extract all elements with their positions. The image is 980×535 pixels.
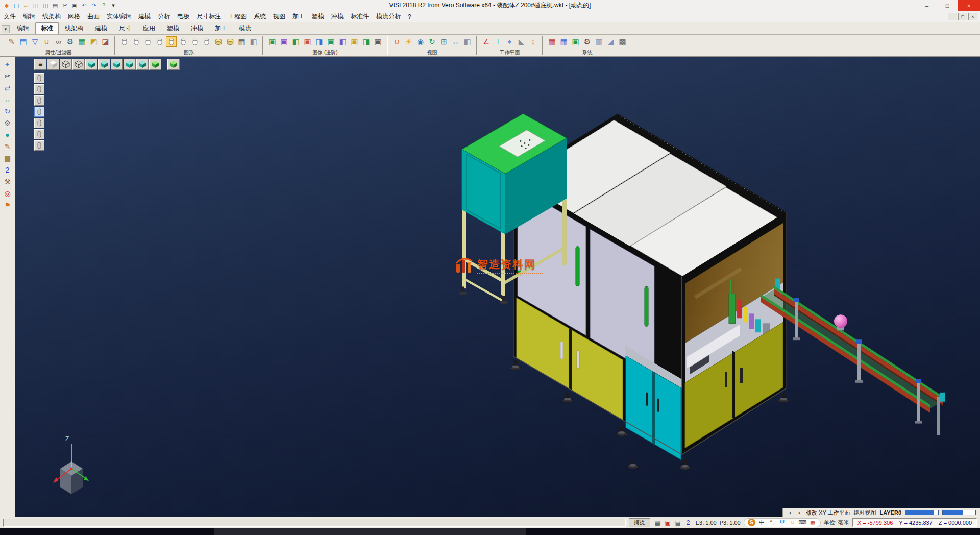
- pan-view-icon[interactable]: ↔: [450, 36, 461, 47]
- mdi-restore-button[interactable]: □: [958, 13, 967, 20]
- green-cube-icon[interactable]: [149, 59, 161, 70]
- layers-stack-icon[interactable]: [213, 36, 224, 47]
- vp-tool-4-icon[interactable]: [34, 107, 44, 117]
- filter-icon[interactable]: ▽: [30, 36, 40, 47]
- sun-light-icon[interactable]: ☀: [403, 36, 414, 47]
- workplane-flip-icon[interactable]: ↕: [528, 36, 538, 47]
- table-icon[interactable]: ▥: [594, 36, 604, 47]
- undo-icon[interactable]: ↶: [80, 2, 88, 10]
- app-logo-icon[interactable]: ◆: [3, 2, 11, 10]
- view-menu-icon[interactable]: ≡: [34, 59, 46, 70]
- ime-mic-icon[interactable]: Ψ: [778, 519, 786, 526]
- workplane-label[interactable]: 修改 XY 工作平面: [806, 509, 850, 517]
- calculator-icon[interactable]: ▦: [558, 36, 569, 47]
- texture-icon[interactable]: ▣: [326, 36, 336, 47]
- menu-mould[interactable]: 塑模: [308, 11, 328, 22]
- render-quality-icon[interactable]: ▣: [279, 36, 289, 47]
- new-file-icon[interactable]: ▢: [12, 2, 20, 10]
- tab-machining[interactable]: 加工: [209, 22, 233, 34]
- gouraud-icon[interactable]: [189, 36, 200, 47]
- menu-analysis[interactable]: 分析: [154, 11, 174, 22]
- menu-standard-parts[interactable]: 标准件: [347, 11, 373, 22]
- settings-gears-icon[interactable]: ⚙: [65, 36, 76, 47]
- animation-icon[interactable]: ▣: [373, 36, 383, 47]
- tab-mould[interactable]: 塑模: [161, 22, 185, 34]
- rotate-view-icon[interactable]: ↻: [427, 36, 437, 47]
- color-grid-icon[interactable]: ▦: [547, 36, 557, 47]
- menu-die[interactable]: 冲模: [328, 11, 347, 22]
- move-icon[interactable]: ↔: [3, 94, 13, 105]
- wireframe-style-icon[interactable]: [119, 36, 130, 47]
- shaded-edges-icon[interactable]: [154, 36, 165, 47]
- select-icon[interactable]: ⌖: [3, 59, 13, 69]
- save-icon[interactable]: ◫: [32, 2, 40, 10]
- status-doc-icon[interactable]: ▤: [674, 518, 682, 527]
- open-file-icon[interactable]: ▱: [22, 2, 30, 10]
- tab-wireframe[interactable]: 线架构: [59, 22, 89, 34]
- sketch-icon[interactable]: ✎: [3, 141, 13, 152]
- ime-emoji-icon[interactable]: ☺: [789, 519, 796, 526]
- ime-toolbox-icon[interactable]: ▦: [809, 519, 817, 526]
- tab-standard[interactable]: 标准: [35, 22, 59, 34]
- settings-icon[interactable]: ⚙: [3, 118, 13, 128]
- save-all-icon[interactable]: ◫: [41, 2, 50, 10]
- flat-render-icon[interactable]: [178, 36, 188, 47]
- rotate-icon[interactable]: ↻: [3, 106, 13, 116]
- screenshot-icon[interactable]: ▣: [267, 36, 278, 47]
- shaded-cube-5-icon[interactable]: [136, 59, 149, 70]
- vp-tool-2-icon[interactable]: [34, 84, 44, 94]
- menu-edit[interactable]: 编辑: [19, 11, 39, 22]
- background-icon[interactable]: ◧: [290, 36, 301, 47]
- tools-icon[interactable]: ⚒: [3, 177, 13, 187]
- iso-view-icon[interactable]: [47, 59, 59, 70]
- workplane-axis-icon[interactable]: ◑: [795, 509, 802, 516]
- lighting-icon[interactable]: ▣: [302, 36, 313, 47]
- ime-mode-icon[interactable]: 中: [758, 519, 766, 526]
- mdi-minimize-button[interactable]: –: [948, 13, 957, 20]
- tab-flow[interactable]: 模流: [233, 22, 257, 34]
- workplane-corner-icon[interactable]: ◣: [516, 36, 527, 47]
- menu-electrode[interactable]: 电极: [174, 11, 193, 22]
- tab-modeling[interactable]: 建模: [89, 22, 113, 34]
- magnet-view-icon[interactable]: ∪: [391, 36, 402, 47]
- tab-dimension[interactable]: 尺寸: [113, 22, 137, 34]
- layer-label[interactable]: LAYER0: [880, 509, 901, 516]
- notes-icon[interactable]: ▤: [3, 153, 13, 163]
- snap-toggle-button[interactable]: 捕捉: [629, 518, 650, 527]
- workplane-origin-icon[interactable]: ⌖: [504, 36, 515, 47]
- qat-dropdown-icon[interactable]: ▾: [109, 2, 117, 10]
- menu-view[interactable]: 视图: [270, 11, 289, 22]
- minimize-button[interactable]: –: [917, 0, 937, 11]
- menu-help[interactable]: ?: [404, 11, 415, 22]
- mdi-close-button[interactable]: ×: [968, 13, 977, 20]
- tab-dropdown-button[interactable]: ▾: [2, 25, 10, 33]
- menu-surface[interactable]: 曲面: [84, 11, 103, 22]
- vp-tool-3-icon[interactable]: [34, 95, 44, 106]
- shaded-cube-4-icon[interactable]: [124, 59, 136, 70]
- shadow-icon[interactable]: ◧: [337, 36, 348, 47]
- shaded-cube-2-icon[interactable]: [98, 59, 110, 70]
- hidden-line-icon[interactable]: [131, 36, 141, 47]
- grid-display-icon[interactable]: ▦: [236, 36, 247, 47]
- hatch-icon[interactable]: ▩: [617, 36, 628, 47]
- selection-magnet-icon[interactable]: ∪: [41, 36, 52, 47]
- redo-icon[interactable]: ↷: [90, 2, 98, 10]
- ime-keyboard-icon[interactable]: ⌨: [799, 519, 806, 526]
- dimension-2d-icon[interactable]: 2: [3, 165, 13, 175]
- help-icon[interactable]: ?: [100, 2, 108, 10]
- tab-application[interactable]: 应用: [137, 22, 161, 34]
- shaded-cube-3-icon[interactable]: [111, 59, 123, 70]
- menu-machining[interactable]: 加工: [289, 11, 308, 22]
- menu-modeling[interactable]: 建模: [135, 11, 154, 22]
- menu-dimension[interactable]: 尺寸标注: [193, 11, 225, 22]
- vp-tool-1-icon[interactable]: [34, 73, 44, 83]
- textured-icon[interactable]: [201, 36, 212, 47]
- delete-filter-icon[interactable]: ◪: [100, 36, 111, 47]
- color-palette-icon[interactable]: ◩: [88, 36, 99, 47]
- materials-icon[interactable]: [225, 36, 235, 47]
- vp-tool-6-icon[interactable]: [34, 129, 44, 139]
- windows-taskbar[interactable]: [0, 528, 980, 535]
- cut-icon[interactable]: ✂: [61, 2, 69, 10]
- shade-view-icon[interactable]: ◧: [462, 36, 473, 47]
- sphere-icon[interactable]: ●: [3, 130, 13, 140]
